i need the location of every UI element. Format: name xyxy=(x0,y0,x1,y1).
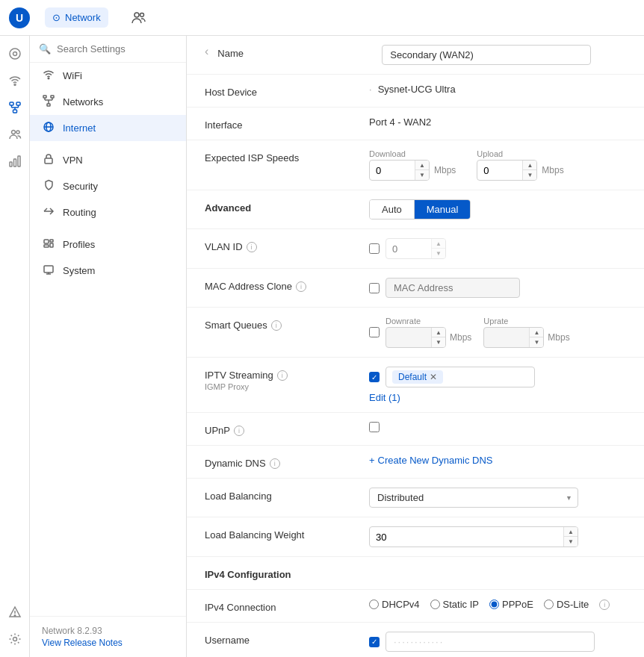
system-icon xyxy=(42,264,55,278)
iptv-info-icon[interactable]: i xyxy=(277,370,288,381)
download-down-btn[interactable]: ▼ xyxy=(415,170,429,180)
radio-ds-lite[interactable]: DS-Lite xyxy=(544,599,589,610)
upload-label: Upload xyxy=(477,149,563,158)
username-input[interactable] xyxy=(386,632,594,651)
smart-queues-info-icon[interactable]: i xyxy=(271,320,282,331)
vlan-up-btn[interactable]: ▲ xyxy=(432,239,445,249)
username-checkbox[interactable]: ✓ xyxy=(369,637,380,647)
downrate-down-btn[interactable]: ▼ xyxy=(432,337,445,347)
mac-clone-checkbox[interactable] xyxy=(369,283,380,293)
mac-clone-input[interactable] xyxy=(386,278,520,298)
advanced-controls: Auto Manual xyxy=(369,199,626,219)
vlan-down-btn[interactable]: ▼ xyxy=(432,249,445,258)
load-balancing-weight-controls: ▲ ▼ xyxy=(369,526,626,547)
content-area: ‹ Name Host Device · Sysnet-UCG Ultra In… xyxy=(187,36,644,657)
upnp-info-icon[interactable]: i xyxy=(234,426,244,436)
sidebar-item-internet[interactable]: Internet xyxy=(30,115,186,141)
uprate-input[interactable] xyxy=(484,328,529,347)
back-button[interactable]: ‹ xyxy=(205,45,208,58)
nav-network[interactable]: ⊙ Network xyxy=(45,7,108,28)
version-label: Network 8.2.93 xyxy=(42,626,174,636)
downrate-input[interactable] xyxy=(386,328,431,347)
host-dot: · xyxy=(369,84,372,95)
smart-queues-checkbox[interactable] xyxy=(369,327,380,337)
weight-up-btn[interactable]: ▲ xyxy=(564,527,578,537)
load-balancing-select-wrap[interactable]: Distributed Failover None xyxy=(369,488,578,508)
sidebar-item-routing[interactable]: Routing xyxy=(30,199,186,225)
dynamic-dns-info-icon[interactable]: i xyxy=(270,458,280,469)
radio-dhcpv4-input[interactable] xyxy=(369,600,379,609)
radio-pppoe-input[interactable] xyxy=(489,600,499,609)
weight-input[interactable] xyxy=(370,528,563,547)
vlan-input[interactable] xyxy=(386,240,431,258)
iptv-tag-close[interactable]: ✕ xyxy=(430,372,437,382)
sidebar-item-wifi[interactable]: WiFi xyxy=(30,63,186,89)
search-input[interactable] xyxy=(57,43,177,55)
svg-point-20 xyxy=(48,78,49,79)
interface-label: Interface xyxy=(205,116,369,131)
downrate-up-btn[interactable]: ▲ xyxy=(432,328,445,337)
sidebar-icon-home[interactable] xyxy=(3,42,27,66)
vlan-info-icon[interactable]: i xyxy=(247,242,257,252)
sidebar-item-security[interactable]: Security xyxy=(30,173,186,199)
svg-rect-5 xyxy=(10,102,13,105)
sidebar-icon-clients[interactable] xyxy=(3,122,27,146)
download-up-btn[interactable]: ▲ xyxy=(415,161,429,170)
downrate-spinner[interactable]: ▲ ▼ xyxy=(386,327,446,348)
uprate-spinner[interactable]: ▲ ▼ xyxy=(483,327,544,348)
uprate-down-btn[interactable]: ▼ xyxy=(530,337,543,347)
sidebar-icon-network[interactable] xyxy=(3,96,27,119)
radio-ds-lite-input[interactable] xyxy=(544,600,554,609)
uprate-unit: Mbps xyxy=(548,332,569,343)
radio-pppoe[interactable]: PPPoE xyxy=(489,599,533,610)
vlan-spinner[interactable]: ▲ ▼ xyxy=(386,238,446,259)
uprate-up-btn[interactable]: ▲ xyxy=(530,328,543,337)
upload-input[interactable] xyxy=(477,161,522,180)
release-notes-link[interactable]: View Release Notes xyxy=(42,638,174,648)
sidebar-icon-alerts[interactable] xyxy=(3,600,27,624)
radio-static-ip-input[interactable] xyxy=(430,600,440,609)
mac-clone-info-icon[interactable]: i xyxy=(296,281,306,292)
load-balancing-select[interactable]: Distributed Failover None xyxy=(369,488,578,508)
download-input[interactable] xyxy=(370,161,415,180)
weight-spinner[interactable]: ▲ ▼ xyxy=(369,526,578,547)
sidebar-item-system[interactable]: System xyxy=(30,258,186,284)
iptv-default-tag: Default ✕ xyxy=(392,370,443,384)
iptv-edit-link[interactable]: Edit (1) xyxy=(369,392,535,403)
dynamic-dns-link-icon: + xyxy=(369,455,375,466)
weight-down-btn[interactable]: ▼ xyxy=(564,537,578,547)
download-spinner[interactable]: ▲ ▼ xyxy=(369,160,430,181)
sidebar-item-vpn[interactable]: VPN xyxy=(30,147,186,173)
svg-point-19 xyxy=(13,638,16,641)
create-dynamic-dns-link[interactable]: + Create New Dynamic DNS xyxy=(369,455,492,466)
advanced-manual-btn[interactable]: Manual xyxy=(415,200,471,219)
upload-up-btn[interactable]: ▲ xyxy=(523,161,536,170)
upload-spinner[interactable]: ▲ ▼ xyxy=(477,160,537,181)
vlan-label: VLAN ID i xyxy=(205,238,369,252)
upload-down-btn[interactable]: ▼ xyxy=(523,170,536,180)
users-nav-icon[interactable] xyxy=(129,9,147,27)
iptv-checkbox[interactable]: ✓ xyxy=(369,372,380,382)
mac-clone-controls xyxy=(369,278,626,298)
host-device-label: Host Device xyxy=(205,84,369,98)
sidebar-item-profiles[interactable]: Profiles xyxy=(30,231,186,258)
search-bar[interactable]: 🔍 xyxy=(30,36,186,63)
upnp-checkbox[interactable] xyxy=(369,422,380,432)
svg-rect-22 xyxy=(51,96,54,98)
sidebar-icon-wifi[interactable] xyxy=(3,69,27,93)
ipv4-connection-label: IPv4 Connection xyxy=(205,599,369,613)
radio-static-ip[interactable]: Static IP xyxy=(430,599,479,610)
ipv4-info-icon[interactable]: i xyxy=(599,600,610,610)
network-nav-icon: ⊙ xyxy=(52,12,61,23)
svg-rect-31 xyxy=(45,158,52,164)
sidebar-icon-settings[interactable] xyxy=(3,627,27,651)
name-input[interactable] xyxy=(382,45,591,65)
interface-row: Interface Port 4 - WAN2 xyxy=(187,108,644,140)
radio-dhcpv4[interactable]: DHCPv4 xyxy=(369,599,420,610)
advanced-btn-group[interactable]: Auto Manual xyxy=(369,199,471,219)
routing-icon xyxy=(42,205,55,219)
advanced-auto-btn[interactable]: Auto xyxy=(370,200,415,219)
vlan-checkbox[interactable] xyxy=(369,243,380,254)
sidebar-item-networks[interactable]: Networks xyxy=(30,89,186,115)
sidebar-icon-stats[interactable] xyxy=(3,149,27,173)
